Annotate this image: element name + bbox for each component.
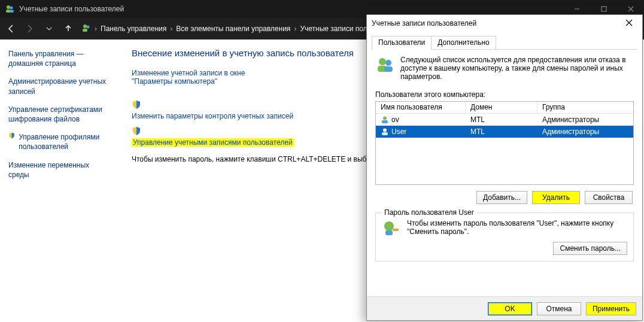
change-password-button[interactable]: Сменить пароль... <box>553 242 627 255</box>
svg-point-16 <box>379 58 386 65</box>
cancel-button[interactable]: Отмена <box>537 302 581 315</box>
window-title: Учетные записи пользователей <box>19 5 124 13</box>
dialog-close-button[interactable] <box>621 19 637 28</box>
apply-button[interactable]: Применить <box>586 302 636 315</box>
breadcrumb-item[interactable]: Панель управления <box>101 25 166 33</box>
ok-button[interactable]: OK <box>488 302 532 315</box>
dialog-intro-text: Следующий список используется для предос… <box>400 56 634 81</box>
svg-rect-3 <box>10 10 14 13</box>
shield-icon <box>8 132 15 142</box>
user-list-row[interactable]: ov MTL Администраторы <box>376 114 633 126</box>
breadcrumb-item[interactable]: Все элементы панели управления <box>176 25 290 33</box>
svg-rect-23 <box>382 132 388 135</box>
password-group: Пароль пользователя User Чтобы изменить … <box>375 212 634 262</box>
svg-point-22 <box>383 129 387 132</box>
recent-dropdown[interactable] <box>43 26 55 32</box>
column-group[interactable]: Группа <box>537 102 633 113</box>
svg-point-24 <box>384 221 394 231</box>
svg-rect-5 <box>602 7 606 11</box>
svg-point-18 <box>385 60 391 66</box>
svg-point-10 <box>87 25 90 28</box>
add-user-button[interactable]: Добавить... <box>476 191 527 204</box>
breadcrumb-icon <box>81 23 91 35</box>
remove-user-button[interactable]: Удалить <box>532 191 580 204</box>
change-account-settings-link[interactable]: Изменение учетной записи в окне "Парамет… <box>132 69 287 86</box>
app-icon <box>5 4 14 14</box>
sidebar-item[interactable]: Администрирование учетных записей <box>8 77 111 96</box>
user-list[interactable]: Имя пользователя Домен Группа ov MTL Адм… <box>375 101 634 185</box>
sidebar: Панель управления — домашняя страница Ад… <box>0 40 120 322</box>
users-icon <box>375 56 394 75</box>
user-list-label: Пользователи этого компьютера: <box>375 90 634 99</box>
user-icon <box>381 116 389 124</box>
password-group-legend: Пароль пользователя User <box>382 208 476 217</box>
column-domain[interactable]: Домен <box>466 102 537 113</box>
dialog-footer: OK Отмена Применить <box>367 296 642 320</box>
shield-icon <box>132 126 141 136</box>
uac-settings-link[interactable]: Изменить параметры контроля учетных запи… <box>132 112 293 120</box>
tab-users[interactable]: Пользователи <box>372 36 432 50</box>
user-accounts-dialog: Учетные записи пользователей Пользовател… <box>366 14 643 321</box>
dialog-tabs: Пользователи Дополнительно <box>372 35 637 50</box>
svg-point-27 <box>396 229 399 231</box>
svg-rect-19 <box>384 66 393 72</box>
key-icon <box>382 219 401 238</box>
user-icon <box>381 127 389 136</box>
svg-rect-21 <box>382 120 388 123</box>
svg-point-8 <box>83 25 87 28</box>
up-button[interactable] <box>62 25 74 33</box>
sidebar-item[interactable]: Управление сертификатами шифрования файл… <box>8 105 111 124</box>
svg-point-0 <box>7 5 10 9</box>
password-group-text: Чтобы изменить пароль пользователя "User… <box>407 219 627 236</box>
manage-user-accounts-link[interactable]: Управление учетными записями пользовател… <box>132 138 294 147</box>
svg-rect-9 <box>83 29 87 32</box>
shield-icon <box>132 100 141 110</box>
sidebar-item-active[interactable]: Управление профилями пользователей <box>8 132 111 151</box>
user-list-row[interactable]: User MTL Администраторы <box>376 126 633 138</box>
user-properties-button[interactable]: Свойства <box>585 191 633 204</box>
svg-point-20 <box>383 117 387 120</box>
back-button[interactable] <box>5 24 17 34</box>
forward-button[interactable] <box>24 24 36 34</box>
svg-point-2 <box>10 7 13 10</box>
tab-advanced[interactable]: Дополнительно <box>431 36 496 50</box>
user-list-header: Имя пользователя Домен Группа <box>376 102 633 114</box>
dialog-title: Учетные записи пользователей <box>372 19 476 28</box>
sidebar-home-link[interactable]: Панель управления — домашняя страница <box>8 49 111 68</box>
sidebar-item[interactable]: Изменение переменных среды <box>8 160 111 180</box>
svg-rect-25 <box>385 230 393 235</box>
column-username[interactable]: Имя пользователя <box>376 102 466 113</box>
breadcrumb-item[interactable]: Учетные записи поль... <box>300 25 376 33</box>
sidebar-item-label: Управление профилями пользователей <box>19 132 111 151</box>
